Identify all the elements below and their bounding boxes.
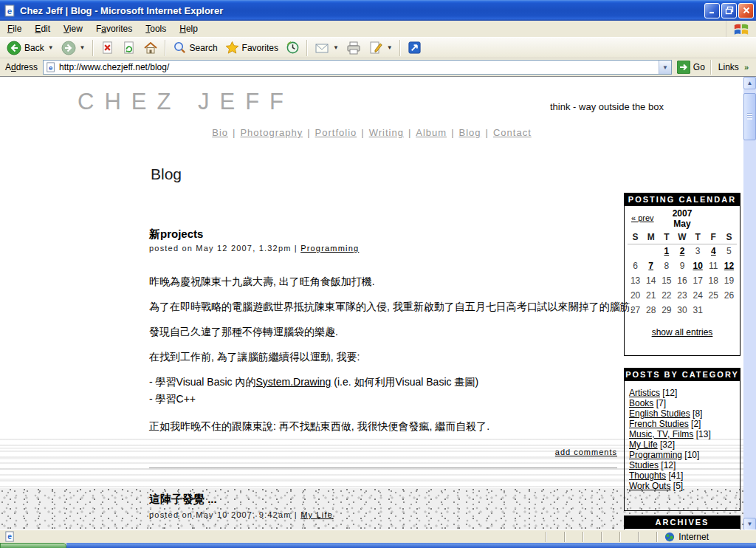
post-category-link[interactable]: Programming (300, 244, 359, 253)
calendar-prev-link[interactable]: « prev (631, 213, 654, 222)
calendar-day-2[interactable]: 2 (674, 244, 690, 258)
favorites-button[interactable]: Favorites (221, 39, 282, 56)
calendar-day-empty (721, 303, 737, 318)
ie-page-icon: e (46, 62, 56, 72)
calendar-week-row: 12345 (628, 244, 737, 258)
status-bar: e Internet (0, 530, 756, 543)
forward-dropdown-icon[interactable]: ▼ (79, 45, 86, 51)
calendar-day-31: 31 (690, 303, 706, 318)
edit-button[interactable]: ▼ (365, 39, 396, 57)
mail-dropdown-icon[interactable]: ▼ (332, 45, 339, 51)
go-icon (677, 61, 690, 74)
nav-portfolio[interactable]: Portfolio (315, 127, 357, 138)
nav-album[interactable]: Album (416, 127, 447, 138)
forward-button[interactable]: ▼ (58, 39, 89, 57)
toolbar-separator (399, 40, 401, 56)
category-link[interactable]: Programming (629, 450, 682, 460)
category-link[interactable]: Music, TV, Films (629, 429, 693, 439)
calendar-top: « prev 2007 May (625, 206, 740, 230)
calendar-day-15: 15 (659, 273, 674, 288)
forward-icon (61, 41, 76, 55)
category-count: [32] (658, 439, 675, 450)
category-link[interactable]: Work Outs (629, 481, 670, 491)
posts-by-category-header: POSTS BY CATEGORY (625, 369, 740, 381)
refresh-button[interactable] (118, 39, 140, 56)
calendar-day-3: 3 (690, 244, 706, 258)
status-panes: Internet (546, 530, 753, 543)
calendar-weekday: M (643, 230, 659, 244)
scrollbar-thumb[interactable] (743, 93, 756, 140)
minimize-button[interactable] (704, 3, 720, 18)
nav-contact[interactable]: Contact (493, 127, 532, 138)
category-link[interactable]: Studies (629, 460, 659, 470)
links-toolbar[interactable]: Links » (710, 60, 753, 75)
nav-blog[interactable]: Blog (459, 127, 481, 138)
links-chevron-icon[interactable]: » (744, 63, 748, 72)
system-drawing-link[interactable]: System.Drawing (255, 376, 331, 388)
go-button[interactable]: Go (672, 61, 710, 74)
calendar-day-empty (628, 244, 643, 258)
nav-photography[interactable]: Photography (240, 127, 303, 138)
category-link[interactable]: My Life (629, 439, 658, 450)
calendar-day-9: 9 (674, 258, 690, 273)
taskbar[interactable] (66, 543, 756, 548)
stop-button[interactable] (97, 39, 118, 56)
close-icon (742, 6, 751, 15)
calendar-weekday: T (690, 230, 706, 244)
back-dropdown-icon[interactable]: ▼ (47, 45, 54, 51)
category-link[interactable]: English Studies (629, 408, 690, 419)
calendar-day-4[interactable]: 4 (706, 244, 721, 258)
category-item: Work Outs [5] (629, 481, 735, 491)
back-label: Back (24, 43, 44, 53)
calendar-day-10[interactable]: 10 (690, 258, 706, 273)
search-button[interactable]: Search (169, 39, 221, 56)
close-button[interactable] (738, 3, 754, 18)
scroll-down-icon: ▼ (747, 521, 753, 527)
go-label: Go (693, 62, 705, 72)
list-item-text: - 學習Visual Basic 內的 (149, 376, 255, 388)
calendar-day-12[interactable]: 12 (721, 258, 737, 273)
calendar-footer: show all entries (625, 318, 740, 338)
category-link[interactable]: Books (629, 398, 653, 408)
scroll-down-button[interactable]: ▼ (743, 518, 756, 530)
messenger-button[interactable] (404, 39, 425, 56)
menu-file[interactable]: File (1, 21, 28, 36)
calendar-weekday: S (721, 230, 737, 244)
post-category-link[interactable]: My Life (300, 510, 333, 519)
category-link[interactable]: Artistics (629, 388, 660, 398)
calendar-day-1[interactable]: 1 (659, 244, 674, 258)
menu-edit[interactable]: Edit (28, 21, 57, 36)
category-count: [2] (689, 419, 701, 429)
calendar-day-16: 16 (674, 273, 690, 288)
category-count: [10] (682, 450, 699, 460)
category-link[interactable]: French Studies (629, 419, 689, 429)
print-button[interactable] (343, 39, 365, 57)
calendar-day-13: 13 (628, 273, 643, 288)
scroll-up-button[interactable]: ▲ (743, 77, 756, 89)
edit-dropdown-icon[interactable]: ▼ (386, 45, 393, 51)
category-item: Artistics [12] (629, 388, 735, 398)
scroll-up-icon: ▲ (747, 81, 753, 86)
address-dropdown-button[interactable]: ▼ (659, 61, 671, 74)
calendar-day-7[interactable]: 7 (643, 258, 659, 273)
category-link[interactable]: Thoughts (629, 470, 666, 481)
history-button[interactable] (282, 39, 303, 56)
menu-favorites[interactable]: Favorites (89, 21, 139, 36)
back-button[interactable]: Back ▼ (3, 39, 58, 57)
menu-help[interactable]: Help (173, 21, 205, 36)
menu-view[interactable]: View (57, 21, 89, 36)
nav-separator: | (228, 127, 240, 138)
start-button[interactable] (0, 543, 66, 548)
address-input[interactable] (59, 62, 659, 72)
home-button[interactable] (140, 39, 162, 57)
category-list: Artistics [12]Books [7]English Studies [… (625, 381, 740, 496)
mail-button[interactable]: ▼ (311, 39, 343, 57)
vertical-scrollbar[interactable]: ▲ ▼ (743, 77, 756, 530)
add-comments-link[interactable]: add comments (555, 448, 617, 456)
show-all-entries-link[interactable]: show all entries (652, 327, 713, 338)
nav-bio[interactable]: Bio (212, 127, 228, 138)
nav-writing[interactable]: Writing (369, 127, 404, 138)
menu-tools[interactable]: Tools (139, 21, 173, 36)
category-item: Studies [12] (629, 460, 735, 470)
restore-button[interactable] (721, 3, 737, 18)
